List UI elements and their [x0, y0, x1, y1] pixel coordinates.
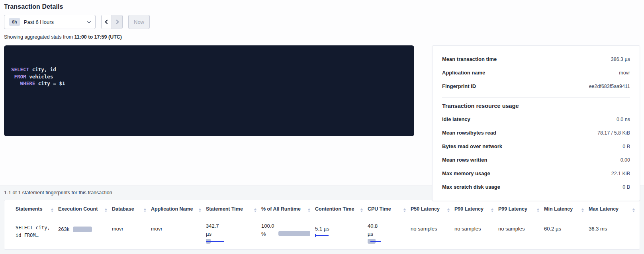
table-header-row: Statements Execution Count Database Appl… [4, 200, 640, 220]
column-header-statements[interactable]: Statements [16, 206, 58, 214]
statement-time-unit: µs [206, 230, 256, 238]
stats-prefix: Showing aggregated stats from [4, 34, 73, 40]
runtime-bar [278, 231, 310, 236]
time-preset-label: Past 6 Hours [24, 19, 88, 25]
summary-value: ee2df683f5aa9411 [589, 84, 630, 89]
time-picker-row: 6h Past 6 Hours Now [4, 15, 640, 29]
statement-time-value: 342.7 [206, 222, 256, 230]
resource-value: 0.0 ns [617, 117, 630, 122]
min-latency-cell: 60.2 µs [544, 220, 589, 244]
column-header-cpu-time[interactable]: CPU Time [368, 206, 411, 214]
column-label: Execution Count [58, 206, 98, 214]
runtime-unit: % [261, 230, 274, 238]
column-header-database[interactable]: Database [112, 206, 151, 214]
sort-icon[interactable] [254, 208, 256, 212]
sort-icon[interactable] [632, 208, 635, 212]
p50-latency-cell: no samples [411, 220, 454, 244]
stddev-line [206, 241, 224, 242]
cpu-time-unit: µs [368, 230, 406, 238]
sort-icon[interactable] [491, 208, 493, 212]
resource-label: Mean rows written [442, 157, 487, 163]
sort-icon[interactable] [105, 208, 107, 212]
time-prev-button[interactable] [102, 15, 112, 29]
sort-icon[interactable] [308, 208, 310, 212]
sort-icon[interactable] [360, 208, 363, 212]
stats-range: 11:00 to 17:59 (UTC) [74, 34, 122, 40]
stddev-line [315, 235, 329, 236]
column-label: Application Name [151, 206, 193, 214]
column-label: Statements [16, 206, 42, 214]
resource-value: 78.17 / 5.8 KiB [597, 130, 630, 136]
column-header-p90-latency[interactable]: P90 Latency [454, 206, 498, 214]
column-label: Database [112, 206, 134, 214]
p99-latency-cell: no samples [498, 220, 544, 244]
page-title: Transaction Details [4, 3, 640, 10]
time-preset-badge: 6h [9, 18, 20, 26]
resource-label: Max scratch disk usage [442, 184, 500, 190]
sort-icon[interactable] [581, 208, 584, 212]
sort-icon[interactable] [144, 208, 146, 212]
resource-label: Idle latency [442, 116, 470, 122]
sort-icon[interactable] [51, 208, 53, 212]
execution-count-value: 263k [58, 226, 69, 232]
time-next-button[interactable] [112, 15, 122, 29]
execution-count-bar [73, 227, 92, 232]
column-header-max-latency[interactable]: Max Latency [589, 206, 640, 214]
column-header-application-name[interactable]: Application Name [151, 206, 206, 214]
transaction-summary-panel: Mean transaction time 386.3 µs Applicati… [432, 45, 640, 201]
column-label: P50 Latency [411, 206, 440, 214]
panel-divider [442, 97, 630, 98]
column-header-execution-count[interactable]: Execution Count [58, 206, 112, 214]
column-label: Statement Time [206, 206, 243, 214]
sort-icon[interactable] [537, 208, 539, 212]
statement-time-cell: 342.7 µs [206, 220, 261, 244]
column-header-p99-latency[interactable]: P99 Latency [498, 206, 544, 214]
time-range-arrows [101, 15, 123, 29]
sort-icon[interactable] [403, 208, 406, 212]
resource-row: Mean rows/bytes read 78.17 / 5.8 KiB [442, 126, 630, 139]
resource-usage-title: Transaction resource usage [442, 103, 630, 109]
column-header-min-latency[interactable]: Min Latency [544, 206, 589, 214]
statement-line1: SELECT city, [16, 224, 53, 232]
statement-line2: id FROM… [16, 232, 53, 239]
summary-label: Mean transaction time [442, 56, 497, 62]
column-label: P99 Latency [498, 206, 527, 214]
resource-value: 22.1 KiB [611, 171, 630, 176]
chevron-left-icon [105, 20, 109, 24]
sort-icon[interactable] [447, 208, 450, 212]
summary-value: movr [619, 70, 630, 76]
resource-label: Bytes read over network [442, 143, 502, 149]
time-range-dropdown[interactable]: 6h Past 6 Hours [4, 15, 96, 29]
max-latency-cell: 36.3 ms [589, 220, 640, 244]
stddev-line [370, 241, 381, 242]
column-header-statement-time[interactable]: Statement Time [206, 206, 261, 214]
column-label: Contention Time [315, 206, 354, 214]
column-header-pct-runtime[interactable]: % of All Runtime [261, 206, 315, 214]
resource-row: Max scratch disk usage 0 B [442, 180, 630, 193]
summary-row: Mean transaction time 386.3 µs [442, 52, 630, 66]
now-button[interactable]: Now [128, 15, 150, 29]
resource-value: 0 B [622, 184, 630, 190]
cpu-time-bar [368, 239, 406, 244]
summary-label: Application name [442, 70, 485, 76]
statement-time-bar [206, 239, 256, 244]
resource-row: Max memory usage 22.1 KiB [442, 166, 630, 180]
statement-link[interactable]: SELECT city, id FROM… [16, 220, 58, 244]
application-name-cell: movr [151, 220, 206, 244]
column-label: % of All Runtime [261, 206, 301, 214]
column-label: Max Latency [589, 206, 619, 214]
column-label: CPU Time [368, 206, 391, 214]
resource-label: Max memory usage [442, 170, 490, 176]
resource-row: Bytes read over network 0 B [442, 139, 630, 153]
statements-table-card: Statements Execution Count Database Appl… [4, 200, 640, 250]
aggregated-stats-line: Showing aggregated stats from 11:00 to 1… [4, 34, 640, 40]
column-header-p50-latency[interactable]: P50 Latency [411, 206, 454, 214]
resource-value: 0 B [622, 144, 630, 149]
sort-icon[interactable] [199, 208, 201, 212]
column-header-contention-time[interactable]: Contention Time [315, 206, 368, 214]
transaction-details-section: Transaction Details 6h Past 6 Hours Now … [0, 0, 644, 186]
contention-time-value: 5.1 µs [315, 225, 363, 233]
contention-time-cell: 5.1 µs [315, 220, 368, 244]
summary-row: Application name movr [442, 66, 630, 79]
chevron-down-icon [87, 20, 91, 23]
